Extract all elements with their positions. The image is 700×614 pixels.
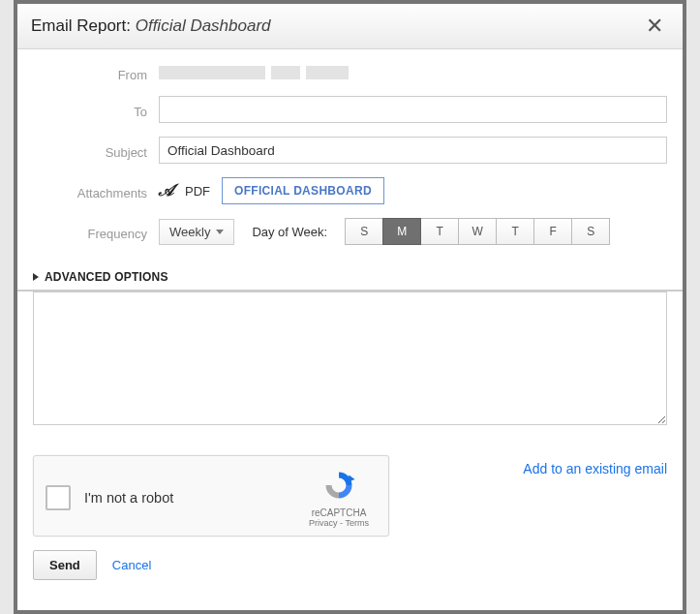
day-button-2[interactable]: T — [420, 218, 459, 245]
email-report-dialog: Email Report: Official Dashboard ✕ From … — [14, 0, 686, 614]
dialog-title: Email Report: Official Dashboard — [31, 16, 271, 36]
recaptcha-widget: I'm not a robot reCAPTCHA Privacy - Term… — [33, 455, 389, 537]
row-from: From — [33, 63, 667, 82]
recaptcha-terms-link[interactable]: Terms — [345, 518, 369, 528]
from-value-redacted — [159, 63, 667, 82]
day-button-0[interactable]: S — [345, 218, 383, 245]
from-label: From — [33, 64, 159, 82]
day-of-week-segmented: SMTWTFS — [345, 218, 610, 245]
row-to: To — [33, 96, 667, 123]
subject-input[interactable] — [159, 137, 667, 164]
attachment-chip-button[interactable]: OFFICIAL DASHBOARD — [222, 177, 384, 204]
advanced-options-label: ADVANCED OPTIONS — [45, 270, 168, 284]
frequency-value: Weekly — [169, 225, 210, 239]
subject-label: Subject — [33, 141, 159, 160]
send-button[interactable]: Send — [33, 550, 97, 580]
frequency-dropdown[interactable]: Weekly — [159, 219, 234, 245]
attachment-format: PDF — [185, 184, 210, 199]
pdf-icon: 𝒜 — [159, 181, 173, 200]
message-textarea[interactable] — [33, 292, 667, 425]
dialog-footer: I'm not a robot reCAPTCHA Privacy - Term… — [17, 445, 683, 596]
recaptcha-brand: reCAPTCHA — [301, 507, 377, 518]
day-button-1[interactable]: M — [382, 218, 421, 245]
attachments-label: Attachments — [33, 182, 159, 200]
recaptcha-privacy-link[interactable]: Privacy — [309, 518, 338, 528]
add-to-existing-email-link[interactable]: Add to an existing email — [523, 455, 667, 476]
recaptcha-label: I'm not a robot — [84, 490, 288, 506]
cancel-link[interactable]: Cancel — [112, 558, 151, 572]
recaptcha-checkbox[interactable] — [46, 485, 71, 510]
to-label: To — [33, 101, 159, 119]
dialog-title-name: Official Dashboard — [136, 16, 271, 35]
day-button-5[interactable]: F — [533, 218, 572, 245]
dialog-title-prefix: Email Report: — [31, 16, 136, 35]
dialog-titlebar: Email Report: Official Dashboard ✕ — [17, 4, 683, 49]
day-button-6[interactable]: S — [571, 218, 610, 245]
dialog-body: From To Subject Attachments 𝒜 PDF — [17, 49, 683, 264]
advanced-options-toggle[interactable]: ADVANCED OPTIONS — [17, 264, 683, 292]
row-subject: Subject — [33, 137, 667, 164]
day-button-4[interactable]: T — [496, 218, 534, 245]
close-icon[interactable]: ✕ — [640, 14, 669, 39]
recaptcha-branding: reCAPTCHA Privacy - Terms — [301, 468, 377, 528]
row-frequency: Frequency Weekly Day of Week: SMTWTFS — [33, 218, 667, 245]
day-button-3[interactable]: W — [458, 218, 497, 245]
frequency-label: Frequency — [33, 223, 159, 241]
recaptcha-links: Privacy - Terms — [301, 518, 377, 528]
chevron-down-icon — [216, 230, 224, 234]
row-attachments: Attachments 𝒜 PDF OFFICIAL DASHBOARD — [33, 177, 667, 204]
day-of-week-label: Day of Week: — [252, 225, 327, 239]
to-input[interactable] — [159, 96, 667, 123]
recaptcha-icon — [321, 468, 356, 503]
message-area — [17, 292, 683, 428]
disclosure-triangle-icon — [33, 273, 39, 281]
